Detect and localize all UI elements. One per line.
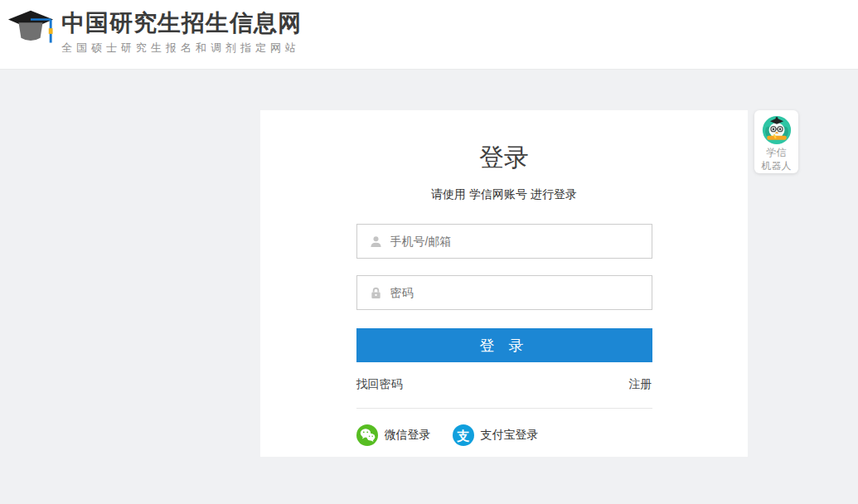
lock-icon [370, 287, 382, 299]
login-subtitle: 请使用 学信网账号 进行登录 [356, 187, 652, 202]
register-link[interactable]: 注册 [629, 377, 652, 392]
site-logo[interactable]: 中国研究生招生信息网 全国硕士研究生报名和调剂指定网站 [7, 7, 302, 56]
xuexin-robot-widget[interactable]: 学信 机器人 [754, 110, 798, 173]
wechat-icon [356, 424, 378, 446]
robot-label-line2: 机器人 [754, 159, 798, 172]
account-field-container [356, 224, 652, 259]
robot-label-line1: 学信 [754, 146, 798, 159]
alipay-icon: 支 [453, 424, 474, 446]
site-subtitle: 全国硕士研究生报名和调剂指定网站 [61, 41, 302, 56]
site-header: 中国研究生招生信息网 全国硕士研究生报名和调剂指定网站 [0, 0, 858, 70]
alipay-login-label: 支付宝登录 [481, 428, 539, 443]
password-input[interactable] [382, 276, 652, 309]
password-field-container [356, 275, 652, 310]
wechat-login-button[interactable]: 微信登录 [356, 424, 431, 446]
login-title: 登录 [356, 110, 652, 175]
alipay-login-button[interactable]: 支 支付宝登录 [453, 424, 539, 446]
wechat-login-label: 微信登录 [385, 428, 431, 443]
graduation-cap-icon [7, 8, 55, 55]
robot-avatar-icon [762, 115, 792, 145]
account-input[interactable] [382, 225, 652, 258]
login-panel: 登录 请使用 学信网账号 进行登录 登 录 找回 [260, 110, 748, 457]
divider [356, 408, 652, 409]
person-icon [370, 235, 382, 248]
login-button[interactable]: 登 录 [356, 328, 652, 362]
forgot-password-link[interactable]: 找回密码 [356, 377, 403, 392]
site-title: 中国研究生招生信息网 [61, 8, 302, 38]
